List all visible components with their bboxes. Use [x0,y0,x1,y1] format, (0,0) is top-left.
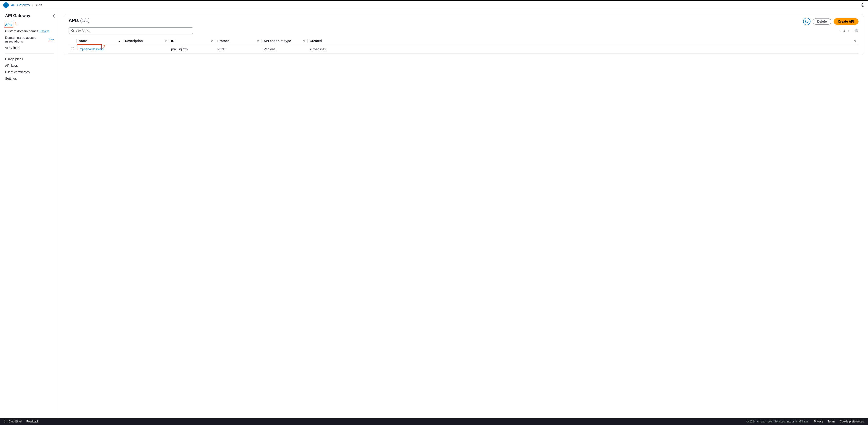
sidebar-item-client-certificates[interactable]: Client certificates [0,69,59,75]
sidebar-item-badge: New [49,38,54,41]
column-endpoint-type[interactable]: API endpoint type▽ [261,37,307,45]
panel-title: APIs (1/1) [69,18,90,23]
sidebar-item-label: Custom domain names [5,29,38,33]
next-page-button[interactable]: › [848,29,849,33]
sidebar-item-custom-domain-names[interactable]: Custom domain names Updated [0,28,59,34]
column-id[interactable]: ID▽ [169,37,215,45]
table-row: fcj-serverless-api 2 p92usgjpxh REST Reg… [69,45,859,54]
sidebar-item-label: VPC links [5,46,19,50]
column-created[interactable]: Created▽ [307,37,859,45]
sort-icon: ▽ [855,40,856,42]
column-id-label: ID [171,39,175,43]
sidebar-item-vpc-links[interactable]: VPC links [0,44,59,51]
cell-created: 2024-12-19 [307,45,859,54]
search-input-wrapper[interactable] [69,28,193,34]
row-select-radio[interactable] [71,47,74,50]
api-name-link[interactable]: fcj-serverless-api [79,47,105,52]
sort-icon: ▽ [257,40,259,42]
panel-count: (1/1) [80,18,90,23]
services-menu-button[interactable] [3,2,9,8]
sidebar-title: API Gateway [5,13,30,18]
sidebar-item-apis[interactable]: APIs 1 [0,22,59,28]
sidebar-item-label: Client certificates [5,70,30,74]
column-protocol[interactable]: Protocol▽ [215,37,261,45]
sort-icon: ▽ [165,40,166,42]
sidebar-item-label: Settings [5,77,17,80]
column-created-label: Created [310,39,322,43]
create-api-button[interactable]: Create API [834,18,859,25]
column-description-label: Description [125,39,143,43]
prev-page-button[interactable]: ‹ [839,29,840,33]
main-content: APIs (1/1) Delete Create API ‹ [59,9,868,418]
cell-description [123,45,169,54]
sidebar-item-settings[interactable]: Settings [0,75,59,82]
sidebar-item-label: Domain name access associations [5,36,48,43]
breadcrumb-bar: API Gateway › APIs [0,1,868,9]
divider [852,29,852,33]
search-input[interactable] [76,29,191,33]
sidebar-item-badge: Updated [40,30,50,33]
sidebar-item-domain-name-access-associations[interactable]: Domain name access associations New [0,34,59,44]
column-endpoint-type-label: API endpoint type [264,39,291,43]
annotation-number-2: 2 [103,45,105,49]
panel-title-text: APIs [69,18,79,23]
svg-line-3 [73,31,74,32]
sort-icon: ▽ [303,40,305,42]
cell-protocol: REST [215,45,261,54]
annotation-number-1: 1 [15,22,17,26]
column-name[interactable]: Name▲ [76,37,123,45]
apis-table: Name▲ Description▽ ID▽ Protocol▽ API end… [69,37,859,54]
cell-endpoint-type: Regional [261,45,307,54]
sidebar-item-label: API keys [5,64,18,67]
column-protocol-label: Protocol [217,39,230,43]
sidebar: API Gateway APIs 1 Custom domain names U… [0,9,59,418]
breadcrumb-separator: › [32,3,33,7]
sort-icon: ▽ [211,40,213,42]
svg-point-2 [71,30,74,32]
cell-id: p92usgjpxh [169,45,215,54]
sidebar-item-usage-plans[interactable]: Usage plans [0,56,59,62]
settings-icon[interactable] [855,29,859,33]
sidebar-divider [5,53,54,54]
delete-button[interactable]: Delete [813,18,831,25]
refresh-icon [805,20,808,23]
column-name-label: Name [79,39,88,43]
refresh-button[interactable] [803,18,810,25]
hamburger-icon [5,4,7,6]
breadcrumb-service[interactable]: API Gateway [11,3,30,7]
page-number: 1 [843,29,845,33]
sidebar-item-label: Usage plans [5,57,23,61]
help-icon[interactable] [861,3,865,7]
search-icon [71,29,74,32]
sidebar-item-label: APIs [5,23,12,27]
sidebar-item-api-keys[interactable]: API keys [0,62,59,69]
collapse-sidebar-button[interactable] [53,14,56,17]
breadcrumb-page: APIs [36,3,42,7]
svg-point-4 [856,30,857,31]
column-description[interactable]: Description▽ [123,37,169,45]
svg-point-1 [862,5,863,5]
pager: ‹ 1 › [839,29,859,33]
apis-panel: APIs (1/1) Delete Create API ‹ [64,14,863,55]
sort-asc-icon: ▲ [118,40,120,42]
